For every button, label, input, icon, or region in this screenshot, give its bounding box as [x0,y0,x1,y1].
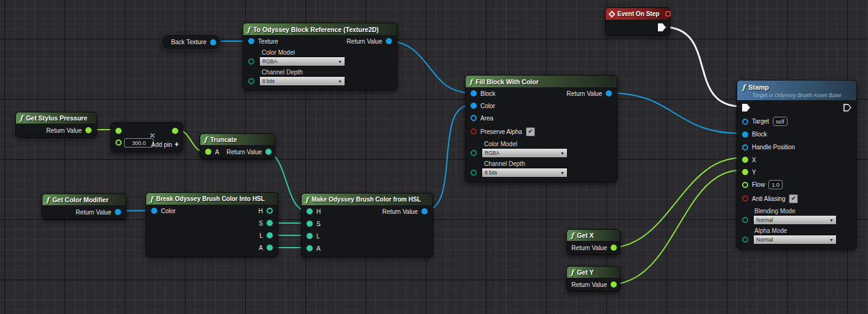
blueprint-graph-canvas[interactable]: Event On Step Back Texture ƒ To Odyssey … [0,0,868,314]
exec-output-pin[interactable] [658,23,666,31]
node-make-hsl[interactable]: ƒ Make Odyssey Brush Color from HSL H Re… [301,193,433,257]
color-model-pin[interactable] [471,150,477,156]
exec-input-pin[interactable] [742,104,750,112]
node-break-hsl[interactable]: ƒ Break Odyssey Brush Color Into HSL Col… [146,192,278,257]
return-value-output-pin[interactable] [611,281,617,288]
stamp-handle-position-input-pin[interactable] [742,144,748,151]
multiply-input-pin[interactable] [115,128,122,134]
channel-depth-dropdown[interactable]: 8 bits ▼ [482,168,568,178]
color-model-pin[interactable] [248,58,254,65]
wire-toodyssey-to-fillblock [387,41,471,93]
stamp-x-input-pin[interactable] [742,157,748,163]
stamp-anti-aliasing-label: Anti Aliasing [752,195,785,202]
multiply-input2-pin[interactable] [115,139,122,146]
node-to-odyssey-block-reference[interactable]: ƒ To Odyssey Block Reference (Texture2D)… [243,23,397,90]
node-get-y[interactable]: ƒ Get Y Return Value [566,266,620,292]
stamp-target-value[interactable]: self [773,117,788,126]
channel-depth-pin[interactable] [248,78,254,84]
texture-input-pin[interactable] [248,38,254,44]
channel-depth-label: Channel Depth [466,159,617,167]
event-on-step-header: Event On Step [606,8,670,20]
blending-mode-dropdown[interactable]: Normal ▼ [753,215,837,225]
alpha-mode-dropdown[interactable]: Normal ▼ [753,235,837,245]
fill-area-input-pin[interactable] [471,115,477,121]
make-a-input-pin[interactable] [307,245,313,251]
stop-square-icon [665,11,671,17]
exec-output-pin[interactable] [843,104,851,112]
return-value-output-pin[interactable] [265,149,272,155]
anti-aliasing-checkbox[interactable]: ✔ [789,194,798,203]
node-get-color-modifier[interactable]: ƒ Get Color Modifier Return Value [42,194,127,219]
alpha-mode-value: Normal [756,237,773,243]
node-truncate[interactable]: ƒ Truncate A Return Value [200,133,275,159]
get-color-modifier-title: Get Color Modifier [52,196,109,203]
stamp-flow-input-pin[interactable] [742,182,748,188]
fill-block-input-pin[interactable] [471,90,477,96]
chevron-down-icon: ▼ [829,238,834,242]
fill-area-label: Area [480,115,493,122]
stamp-flow-label: Flow [752,181,765,188]
function-icon: ƒ [469,77,472,86]
break-s-output-pin[interactable] [267,220,273,226]
truncate-a-input-pin[interactable] [205,149,211,155]
add-pin-button[interactable]: Add pin+ [151,140,179,149]
alpha-mode-pin[interactable] [742,237,748,243]
break-hsl-title: Break Odyssey Brush Color Into HSL [156,195,265,202]
break-a-output-pin[interactable] [267,245,273,251]
get-y-header: ƒ Get Y [567,267,620,278]
break-a-label: A [259,245,263,251]
color-model-dropdown[interactable]: RGBA ▼ [259,57,345,66]
return-value-output-pin[interactable] [421,208,428,214]
node-multiply[interactable]: 300.0 ✕ Add pin+ [111,122,183,152]
node-fill-block-with-color[interactable]: ƒ Fill Block With Color Block Return Val… [465,75,617,183]
stamp-target-label: Target [752,118,769,125]
get-x-title: Get X [577,232,593,239]
wire-gety-to-stamp-y [609,170,741,285]
stamp-y-input-pin[interactable] [742,169,748,175]
color-model-dropdown[interactable]: RGBA ▼ [482,148,568,158]
make-h-input-pin[interactable] [307,208,313,214]
return-value-label: Return Value [571,281,607,288]
stamp-target-input-pin[interactable] [742,119,748,125]
return-value-output-pin[interactable] [115,209,121,215]
node-get-x[interactable]: ƒ Get X Return Value [566,229,620,255]
multiply-icon: ✕ [149,131,155,140]
channel-depth-label: Channel Depth [243,67,397,76]
node-back-texture[interactable]: Back Texture [161,34,221,50]
preserve-alpha-checkbox[interactable]: ✔ [526,127,535,136]
preserve-alpha-input-pin[interactable] [471,128,477,135]
stamp-x-label: X [752,157,756,163]
channel-depth-pin[interactable] [471,170,477,176]
make-s-input-pin[interactable] [307,221,313,227]
return-value-output-pin[interactable] [386,38,392,44]
return-value-output-pin[interactable] [611,245,617,251]
stamp-anti-aliasing-input-pin[interactable] [742,195,748,202]
fill-block-title: Fill Block With Color [475,78,539,85]
make-hsl-title: Make Odyssey Brush Color from HSL [311,196,421,203]
stamp-header: ƒ Stamp Target is Odyssey Brush Asset Ba… [737,80,856,100]
event-on-step-title: Event On Step [617,10,659,17]
channel-depth-dropdown[interactable]: 8 bits ▼ [259,76,345,86]
stamp-flow-value-field[interactable]: 1.0 [768,180,783,189]
blending-mode-pin[interactable] [742,217,748,223]
return-value-label: Return Value [227,149,262,155]
return-value-output-pin[interactable] [606,90,612,96]
stamp-block-label: Block [752,131,767,138]
return-value-output-pin[interactable] [85,127,92,133]
stamp-block-input-pin[interactable] [742,131,748,138]
break-hsl-header: ƒ Break Odyssey Brush Color Into HSL [146,193,278,205]
multiply-output-pin[interactable] [172,128,178,134]
node-event-on-step[interactable]: Event On Step [605,7,670,36]
break-l-output-pin[interactable] [267,232,273,238]
break-color-input-pin[interactable] [151,208,157,214]
chevron-down-icon: ▼ [338,79,342,84]
back-texture-output-pin[interactable] [210,39,216,45]
chevron-down-icon: ▼ [560,171,565,175]
node-get-stylus-pressure[interactable]: ƒ Get Stylus Pressure Return Value [15,112,97,138]
make-l-input-pin[interactable] [307,233,313,239]
fill-color-input-pin[interactable] [471,103,477,109]
get-stylus-pressure-title: Get Stylus Pressure [26,114,87,122]
break-h-label: H [259,208,263,214]
node-stamp[interactable]: ƒ Stamp Target is Odyssey Brush Asset Ba… [737,80,857,249]
break-h-output-pin[interactable] [267,208,273,214]
